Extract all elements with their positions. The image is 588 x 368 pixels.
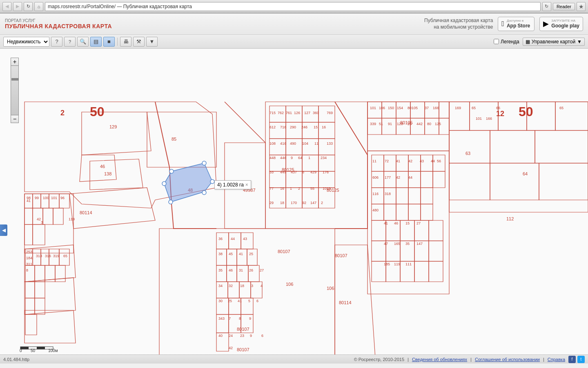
svg-text:36: 36 — [218, 237, 223, 241]
anchor-2[interactable] — [202, 161, 206, 165]
anchor-4[interactable] — [202, 191, 206, 195]
svg-text:612: 612 — [270, 125, 276, 129]
separator-2: | — [470, 357, 472, 362]
property-type-select[interactable]: Недвижимость — [3, 37, 49, 47]
num-s6: 101 — [476, 117, 482, 121]
reader-button[interactable]: Reader — [553, 3, 575, 10]
anchor-5[interactable] — [169, 200, 173, 204]
bookmark-button[interactable]: ★ — [577, 2, 586, 11]
svg-text:30: 30 — [218, 299, 223, 303]
num-112: 112 — [506, 216, 514, 221]
svg-text:25: 25 — [228, 299, 232, 303]
num-129: 129 — [109, 124, 117, 129]
svg-text:129: 129 — [397, 122, 403, 126]
svg-text:104: 104 — [302, 141, 308, 146]
anchor-6[interactable] — [162, 182, 166, 186]
area-button[interactable]: ■ — [103, 37, 115, 47]
home-button[interactable]: ⌂ — [34, 2, 43, 11]
svg-text:66: 66 — [496, 106, 500, 110]
num-s3: 100 — [43, 196, 49, 200]
svg-text:101: 101 — [370, 106, 376, 110]
map-management-button[interactable]: ▦ Управление картой ▼ — [523, 38, 585, 46]
svg-text:490: 490 — [290, 141, 296, 146]
svg-text:166: 166 — [433, 106, 439, 110]
svg-text:51: 51 — [379, 122, 383, 126]
zoom-slider[interactable] — [11, 66, 19, 115]
twitter-button[interactable]: t — [577, 356, 585, 363]
svg-text:55: 55 — [310, 186, 314, 191]
num-85: 85 — [172, 137, 176, 141]
svg-text:37: 37 — [425, 106, 429, 110]
zoom-slider-handle[interactable] — [11, 78, 19, 81]
apple-icon:  — [501, 20, 504, 28]
num-311: 311 — [26, 262, 32, 266]
svg-text:65: 65 — [559, 106, 564, 110]
svg-text:360: 360 — [313, 111, 319, 115]
num-80107: 80107 — [278, 249, 290, 254]
svg-text:234: 234 — [321, 156, 327, 160]
number-50-left: 50 — [90, 104, 105, 119]
measurement-close-button[interactable]: × — [245, 182, 248, 188]
svg-text:339: 339 — [370, 122, 376, 126]
facebook-button[interactable]: f — [568, 356, 576, 363]
svg-text:77: 77 — [270, 186, 274, 191]
scale-bar-svg: 0 50 100м — [12, 343, 61, 353]
status-right: © Росреестр, 2010-2015 | Сведения об обн… — [354, 356, 585, 363]
app-header: ПОРТАЛ УСЛУГ ПУБЛИЧНАЯ КАДАСТРОВАЯ КАРТА… — [0, 13, 588, 35]
info-button[interactable]: ? — [64, 37, 76, 47]
googleplay-icon: ▶ — [543, 19, 549, 28]
svg-text:27: 27 — [416, 221, 421, 225]
more-button[interactable]: ▼ — [146, 37, 158, 47]
svg-text:761: 761 — [286, 111, 292, 115]
app-title: ПУБЛИЧНАЯ КАДАСТРОВАЯ КАРТА — [5, 23, 112, 29]
svg-text:169: 169 — [455, 106, 461, 110]
forward-button[interactable]: ▶ — [13, 2, 22, 11]
number-12: 12 — [496, 110, 504, 118]
map-management-label: Управление картой — [532, 39, 575, 45]
num-42: 42 — [37, 217, 41, 221]
legend-checkbox[interactable] — [494, 39, 499, 44]
update-link[interactable]: Сведения об обновлениях — [412, 357, 467, 362]
agreement-link[interactable]: Соглашение об использовании — [475, 357, 540, 362]
reload-button[interactable]: ↻ — [542, 2, 551, 11]
refresh-button[interactable]: ↻ — [24, 2, 33, 11]
social-icons: f t — [568, 356, 585, 363]
num-138: 138 — [104, 171, 111, 176]
svg-text:147: 147 — [310, 201, 316, 205]
anchor-1[interactable] — [169, 169, 174, 173]
anchor-3[interactable] — [210, 180, 214, 184]
svg-text:106: 106 — [379, 106, 385, 110]
zoom-out-button[interactable]: − — [11, 115, 19, 123]
svg-text:41: 41 — [396, 159, 400, 163]
svg-text:35: 35 — [405, 242, 410, 246]
svg-text:80: 80 — [427, 122, 431, 126]
svg-text:56: 56 — [437, 159, 441, 163]
settings-button[interactable]: ⚒ — [133, 37, 145, 47]
sidebar-toggle-button[interactable]: ◀ — [0, 224, 7, 236]
appstore-badge[interactable]:  Доступно в App Store — [498, 17, 535, 31]
zoom-controls: + − — [11, 58, 19, 123]
num-106b: 106 — [327, 286, 334, 291]
version-label: 4.01.484.http — [3, 357, 29, 362]
svg-text:11: 11 — [314, 141, 318, 146]
svg-text:177: 177 — [385, 175, 391, 180]
zoom-in-button[interactable]: + — [11, 58, 19, 66]
help-link[interactable]: Справка — [548, 357, 565, 362]
svg-text:32: 32 — [229, 284, 233, 288]
svg-text:6: 6 — [261, 334, 263, 338]
map-container[interactable]: 50 50 12 2 129 46 138 85 49987 48 80125 … — [0, 49, 588, 364]
svg-text:80105: 80105 — [408, 106, 418, 110]
svg-text:9: 9 — [291, 156, 293, 160]
back-button[interactable]: ◀ — [2, 2, 11, 11]
print-button[interactable]: 🖶 — [120, 37, 131, 47]
search-button[interactable]: 🔍 — [77, 37, 89, 47]
googleplay-badge[interactable]: ▶ ЗАГРУЗИТЕ НА Google play — [539, 17, 583, 31]
help-button[interactable]: ? — [51, 37, 62, 47]
address-bar[interactable] — [45, 2, 541, 11]
svg-text:44: 44 — [231, 237, 235, 241]
legend-checkbox-label[interactable]: Легенда — [494, 39, 519, 45]
num-3: 3 — [41, 220, 43, 224]
svg-text:769: 769 — [327, 111, 333, 115]
svg-text:147: 147 — [416, 242, 423, 246]
measure-button[interactable]: ▤ — [90, 37, 102, 47]
